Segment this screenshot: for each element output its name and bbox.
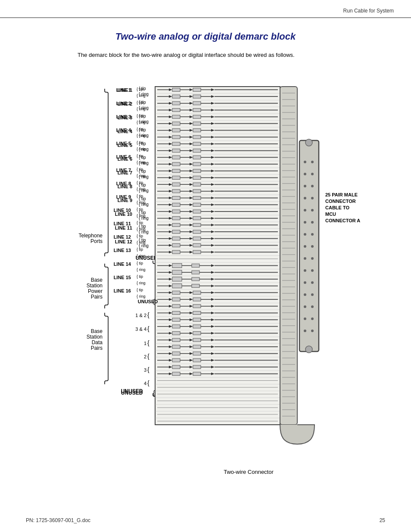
svg-point-554: [311, 317, 314, 320]
power-pair-labels: 1 & 2 { 3 & 4 {: [135, 311, 149, 332]
svg-text:3 & 4: 3 & 4: [135, 327, 146, 332]
svg-text:{ ring: { ring: [137, 187, 146, 191]
svg-rect-198: [193, 162, 201, 166]
connector-screw-bottom: [305, 346, 312, 353]
svg-text:{ tip: { tip: [137, 114, 143, 118]
svg-text:2: 2: [144, 354, 146, 359]
svg-rect-338: [172, 277, 182, 281]
page-content: Two-wire analog or digital demarc block …: [0, 18, 411, 488]
svg-rect-381: [172, 311, 180, 314]
svg-text:{ ring: { ring: [137, 160, 146, 165]
svg-text:{ tip: { tip: [137, 100, 143, 105]
svg-rect-285: [172, 230, 180, 233]
svg-text:Ports: Ports: [90, 238, 103, 244]
svg-text:LINE 2: LINE 2: [116, 101, 131, 106]
svg-point-534: [311, 197, 314, 199]
svg-text:{ tip: { tip: [137, 234, 143, 238]
svg-text:{ tip: { tip: [137, 221, 143, 225]
svg-point-539: [304, 233, 306, 236]
svg-rect-375: [193, 304, 201, 308]
svg-text:{ tip: { tip: [137, 207, 143, 212]
svg-rect-438: [193, 352, 201, 355]
svg-text:{ ring: { ring: [137, 214, 146, 218]
svg-rect-99: [193, 88, 201, 91]
svg-rect-135: [193, 115, 201, 118]
svg-point-546: [311, 269, 314, 272]
diagram-caption: Two-wire Connector: [112, 469, 385, 475]
svg-text:{: {: [147, 366, 149, 373]
svg-text:{ tip: { tip: [137, 167, 143, 171]
svg-text:{ tip: { tip: [137, 261, 143, 265]
svg-point-530: [311, 173, 314, 175]
connector-label-25pair: 25 PAIR MALE: [325, 192, 358, 197]
svg-rect-144: [193, 121, 201, 125]
svg-text:{ tip: { tip: [137, 127, 143, 131]
svg-text:{: {: [147, 311, 149, 318]
svg-rect-411: [193, 331, 201, 335]
svg-rect-420: [193, 338, 201, 342]
svg-rect-312: [172, 250, 180, 254]
svg-text:Base: Base: [91, 277, 103, 283]
svg-rect-171: [193, 142, 201, 145]
svg-rect-141: [172, 121, 180, 125]
svg-text:LINE 16: LINE 16: [114, 288, 131, 293]
svg-point-540: [311, 233, 314, 236]
svg-point-538: [311, 221, 314, 224]
svg-text:LINE 1: LINE 1: [116, 87, 131, 93]
page-header: Run Cable for System: [0, 0, 411, 18]
svg-text:1 & 2: 1 & 2: [135, 313, 146, 318]
page-footer: PN: 1725-36097-001_G.doc 25: [26, 517, 385, 523]
svg-rect-234: [193, 189, 201, 193]
svg-text:3: 3: [144, 367, 146, 373]
svg-rect-276: [172, 223, 180, 227]
svg-text:{: {: [147, 353, 149, 360]
svg-rect-213: [172, 176, 180, 179]
svg-rect-243: [193, 196, 201, 199]
wiring-diagram: Telephone Ports Base Station Power Pairs…: [26, 67, 401, 464]
svg-rect-222: [172, 183, 180, 186]
svg-point-543: [304, 257, 306, 260]
svg-text:Station: Station: [87, 283, 103, 289]
svg-rect-216: [193, 176, 201, 179]
svg-rect-132: [172, 115, 180, 118]
svg-text:{: {: [147, 339, 149, 346]
dsub-connector: [299, 140, 319, 352]
svg-rect-297: [193, 236, 201, 240]
svg-text:LINE 14: LINE 14: [114, 261, 131, 267]
svg-rect-357: [193, 291, 201, 294]
svg-rect-189: [193, 156, 201, 159]
svg-rect-267: [172, 216, 180, 220]
svg-point-550: [311, 293, 314, 296]
svg-rect-117: [193, 101, 201, 105]
footer-pn: PN: 1725-36097-001_G.doc: [26, 517, 90, 523]
svg-point-541: [304, 245, 306, 248]
svg-text:Station: Station: [87, 334, 103, 340]
svg-text:1: 1: [144, 341, 146, 346]
svg-text:{ ring: { ring: [137, 93, 146, 98]
svg-rect-444: [172, 358, 180, 362]
svg-text:{: {: [153, 298, 155, 305]
svg-point-529: [304, 173, 306, 175]
intro-text: The demarc block for the two-wire analog…: [78, 51, 385, 59]
svg-rect-159: [172, 135, 180, 139]
svg-rect-303: [172, 243, 180, 247]
svg-rect-393: [193, 318, 201, 321]
svg-rect-306: [193, 243, 201, 247]
svg-text:{: {: [147, 325, 149, 332]
svg-point-549: [304, 293, 306, 296]
svg-text:{ tip: { tip: [137, 180, 143, 185]
svg-rect-340: [192, 277, 199, 280]
svg-point-545: [304, 269, 306, 272]
svg-text:{ ring: { ring: [137, 240, 146, 245]
svg-text:{: {: [147, 380, 149, 386]
svg-point-553: [304, 317, 306, 320]
svg-text:{ ring: { ring: [137, 134, 146, 138]
svg-rect-322: [172, 263, 182, 268]
svg-text:LINE 7: LINE 7: [116, 168, 131, 173]
svg-rect-456: [193, 365, 201, 369]
svg-text:CONNECTOR A: CONNECTOR A: [325, 218, 360, 223]
svg-text:CONNECTOR: CONNECTOR: [325, 199, 356, 204]
svg-point-536: [311, 209, 314, 212]
svg-text:LINE 13: LINE 13: [114, 248, 131, 253]
header-title: Run Cable for System: [343, 8, 394, 14]
